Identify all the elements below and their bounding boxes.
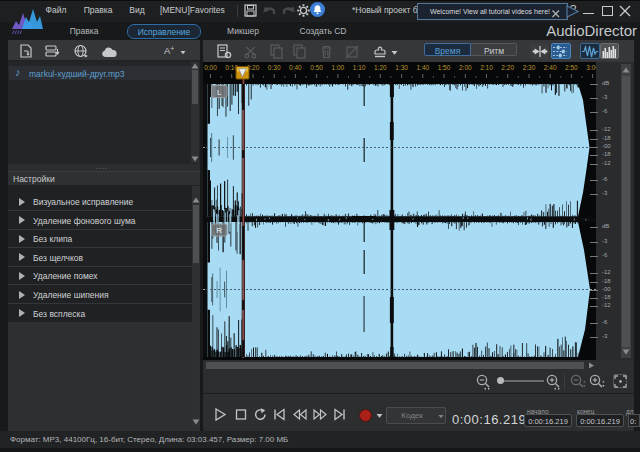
svg-text:0:00: 0:00: [204, 64, 217, 71]
svg-text:1:00: 1:00: [332, 64, 345, 71]
svg-text:1:10: 1:10: [353, 64, 366, 71]
svg-text:1:40: 1:40: [416, 64, 429, 71]
svg-text:3:00: 3:00: [586, 64, 596, 71]
svg-text:2:20: 2:20: [501, 64, 514, 71]
svg-text:2:40: 2:40: [544, 64, 557, 71]
svg-text:1:30: 1:30: [395, 64, 408, 71]
svg-text:2:10: 2:10: [480, 64, 493, 71]
svg-text:0:50: 0:50: [310, 64, 323, 71]
svg-text:2:00: 2:00: [459, 64, 472, 71]
svg-text:0:30: 0:30: [268, 64, 281, 71]
svg-text:1:50: 1:50: [438, 64, 451, 71]
svg-text:L: L: [217, 88, 222, 97]
svg-text:1:20: 1:20: [374, 64, 387, 71]
svg-text:R: R: [216, 226, 222, 235]
svg-text:0:40: 0:40: [289, 64, 302, 71]
svg-text:2:50: 2:50: [565, 64, 578, 71]
svg-text:2:30: 2:30: [523, 64, 536, 71]
